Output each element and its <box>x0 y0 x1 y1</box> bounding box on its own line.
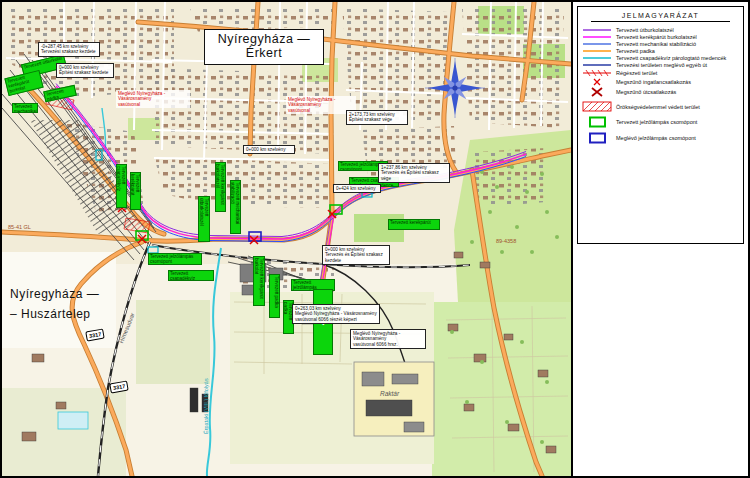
legend-line-swatch <box>582 62 612 68</box>
plan-sheet: Nyíregyháza — Érkert Nyíregyháza — – Hus… <box>0 0 750 478</box>
legend-hatched-box-swatch <box>582 101 612 112</box>
legend-item-bike-path-edge: Tervezett kerékpárút burkolatszél <box>582 34 739 40</box>
legend-line-swatch <box>582 27 612 33</box>
green-annotation: Tervezett csapadékvíz medence <box>116 164 127 208</box>
km-callout: 0+000 km szelvény Tervezés és Építési sz… <box>322 245 390 265</box>
label-stream: Érpataki (VIII.) főfolyás <box>203 378 209 434</box>
legend-divider <box>591 21 729 22</box>
legend-box-swatch <box>582 132 612 144</box>
km-callout: 1+237,86 km szelvény Tervezés és Építési… <box>378 163 450 183</box>
km-callout: 0+000 km szelvény <box>243 145 295 154</box>
sidebar-panel: JELMAGYARÁZAT Tervezett útburkolatszél T… <box>571 2 748 476</box>
legend-item-archaeological-area: Régészeti terület <box>582 69 739 77</box>
legend-item-removed-road-access: Megszűnő útcsatlakozás <box>582 87 739 97</box>
legend-x-swatch <box>582 78 612 86</box>
area-label-huszartelep: Nyíregyháza — – Huszártelep <box>10 284 99 325</box>
legend-item-stormwater-basins: Tervezett csapadékvíz párologtató medenc… <box>582 55 739 61</box>
legend-title: JELMAGYARÁZAT <box>582 12 739 19</box>
legend-item-shoulder: Tervezett padka <box>582 48 739 54</box>
km-callout: 0+000 km szelvény Építési szakasz kezdet… <box>56 63 114 78</box>
pond <box>58 412 88 429</box>
green-annotation: Tervezett kerékpárút burkolatszél <box>215 162 226 212</box>
legend-box-swatch <box>582 116 612 128</box>
railway-note: Meglévő Nyíregyháza - Vásárosnamény vasú… <box>350 329 426 349</box>
legend-x-swatch <box>582 87 612 97</box>
label-parcel-a: 89-4358 <box>496 238 516 244</box>
legend-line-swatch <box>582 34 612 40</box>
legend-line-swatch <box>582 55 612 61</box>
green-annotation: Tervezett padka <box>269 274 280 318</box>
legend-hatch-swatch <box>582 69 612 77</box>
km-callout: 2+173,73 km szelvény Építési szakasz vég… <box>346 110 408 125</box>
legend-item-heritage-protected-area: Örökségvédelemmel védett terület <box>582 101 739 112</box>
green-annotation: Tervezett kerékpárút <box>130 172 141 210</box>
map-title-box: Nyíregyháza — Érkert <box>204 29 324 65</box>
label-parcel-b: 85-41 GL <box>8 224 31 230</box>
legend-item-existing-road: Tervezési területen meglévő egyéb út <box>582 62 739 68</box>
green-annotation: Tervezett csapadékvíz párologtató medenc… <box>168 270 214 281</box>
green-annotation: Tervezett útburkolatszél <box>198 196 210 242</box>
km-callout: 0+263,03 km szelvény Meglévő Nyíregyháza… <box>292 304 380 324</box>
legend-item-planned-signal-junction: Tervezett jelzőlámpás csomópont <box>582 116 739 128</box>
legend-item-mechanical-stabilization: Tervezett mechanikai stabilizáció <box>582 41 739 47</box>
green-annotation: Tervezett mechanikai stabilizáció <box>12 103 38 113</box>
legend-item-existing-signal-junction: Meglévő jelzőlámpás csomópont <box>582 132 739 144</box>
green-annotation: Tervezett kerékpárút burkolat <box>253 256 265 306</box>
legend-item-removed-property-access: Megszűnő ingatlancsatlakozás <box>582 78 739 86</box>
map-title-line2: Érkert <box>205 46 323 60</box>
map-canvas[interactable]: Nyíregyháza — Érkert Nyíregyháza — – Hus… <box>2 2 571 476</box>
legend-item-pavement-edge: Tervezett útburkolatszél <box>582 27 739 33</box>
km-callout: 0+424 km szelvény <box>333 184 381 193</box>
km-callout: -0+287,45 km szelvény Tervezési szakasz … <box>38 42 100 57</box>
legend-line-swatch <box>582 41 612 47</box>
map-title-line1: Nyíregyháza — <box>205 32 323 46</box>
railway-note: Meglévő Nyíregyháza - Vásárosnamény vasú… <box>116 90 190 108</box>
green-annotation: Tervezett kerékpárút <box>388 219 440 230</box>
legend-line-swatch <box>582 48 612 54</box>
legend-panel: JELMAGYARÁZAT Tervezett útburkolatszél T… <box>577 6 744 244</box>
green-annotation: Tervezett jelzőlámpás csomópont <box>148 253 202 265</box>
label-warehouse: Raktár <box>380 390 399 397</box>
green-annotation: Tervezett mechanikai stabilizáció <box>230 180 241 234</box>
